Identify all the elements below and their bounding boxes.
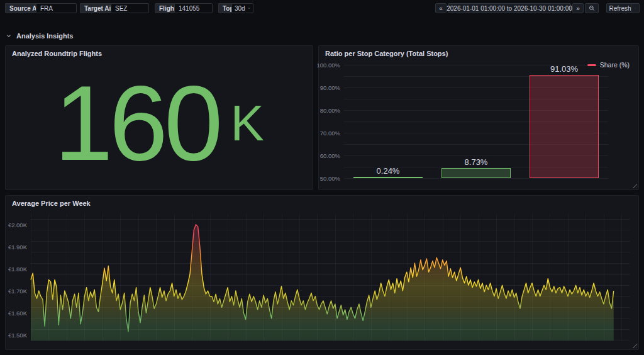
- y-axis-tick-label: €1.50K: [8, 332, 27, 339]
- chevron-down-icon: [248, 6, 250, 11]
- y-axis-tick-label: €1.80K: [8, 265, 27, 272]
- filter-input[interactable]: [174, 3, 213, 13]
- gridline: 0.00%: [344, 178, 608, 179]
- refresh-button[interactable]: Refresh: [606, 3, 631, 13]
- bar-chart-plot: 100.00%90.00%80.00%70.00%60.00%50.00%40.…: [344, 65, 608, 178]
- stat-value-wrap: 160 K: [6, 57, 313, 189]
- filter-select[interactable]: 30d: [231, 3, 253, 13]
- filter-label: Target Airport: [80, 3, 111, 13]
- time-shift-forward-button[interactable]: »: [572, 3, 584, 13]
- row-title: Analysis Insights: [16, 32, 73, 40]
- y-axis-tick-label: 50.00%: [320, 175, 340, 182]
- panel-resize-handle[interactable]: [631, 342, 637, 348]
- selected-option: 30d: [235, 5, 245, 12]
- chevron-down-icon: [635, 6, 636, 11]
- y-axis-tick-label: 80.00%: [320, 107, 340, 114]
- time-range-picker-button[interactable]: 2026-01-01 01:00:00 to 2026-10-30 01:00:…: [448, 3, 571, 13]
- dashboard-toolbar: Source AirportTarget AirportFlight IDTop…: [0, 0, 644, 16]
- bar-1-stop: [441, 168, 511, 178]
- magnifier-minus-icon: [589, 4, 595, 12]
- bar-2-stops: [530, 75, 599, 178]
- bar-value-label: 8.73%: [465, 157, 488, 167]
- y-axis-tick-label: 60.00%: [320, 152, 340, 159]
- y-axis-tick-label: €1.70K: [8, 287, 27, 294]
- filter-field-top-n: Top n30d: [218, 3, 253, 13]
- filter-input[interactable]: [111, 3, 149, 13]
- time-series-plot: €2.00K€1.90K€1.80K€1.70K€1.60K€1.50K€1.4…: [31, 213, 630, 341]
- panel-title[interactable]: Analyzed Roundtrip Flights: [12, 50, 102, 57]
- filter-field-flight-id: Flight ID: [155, 3, 213, 13]
- y-axis-tick-label: 90.00%: [320, 84, 340, 91]
- refresh-label: Refresh: [609, 5, 631, 12]
- stat-unit-suffix: K: [230, 98, 264, 149]
- line-chart-svg: [31, 213, 630, 341]
- chevron-down-icon: [6, 33, 11, 38]
- bar-value-label: 0.24%: [377, 166, 400, 176]
- stat-value: 160: [54, 70, 219, 176]
- series-area-fill: [31, 225, 614, 341]
- filter-label: Top n: [218, 3, 231, 13]
- filter-input[interactable]: [36, 3, 77, 13]
- double-chevron-right-icon: »: [576, 5, 580, 12]
- filter-label: Flight ID: [155, 3, 174, 13]
- filter-label: Source Airport: [5, 3, 36, 13]
- y-axis-tick-label: 70.00%: [320, 130, 340, 137]
- time-range-text: 2026-01-01 01:00:00 to 2026-10-30 01:00:…: [447, 5, 572, 12]
- bar-0-stop: [353, 177, 423, 178]
- row-toggle-analysis-insights[interactable]: Analysis Insights: [6, 32, 73, 40]
- panel-analyzed-roundtrip-flights: Analyzed Roundtrip Flights 160 K: [5, 45, 313, 190]
- y-axis-tick-label: €2.00K: [8, 221, 27, 228]
- gridline: €900.00: [31, 341, 630, 341]
- panel-title[interactable]: Ratio per Stop Category (Total Stops): [325, 50, 448, 57]
- double-chevron-left-icon: «: [439, 5, 443, 12]
- panel-ratio-per-stop-category: Ratio per Stop Category (Total Stops) Sh…: [318, 45, 639, 190]
- filter-field-target-airport: Target Airport: [80, 3, 149, 13]
- time-zoom-out-button[interactable]: [585, 3, 599, 13]
- y-axis-tick-label: €1.60K: [8, 310, 27, 317]
- y-axis-tick-label: 100.00%: [316, 62, 340, 69]
- refresh-interval-dropdown-button[interactable]: [631, 3, 640, 13]
- time-shift-back-button[interactable]: «: [435, 3, 447, 13]
- filter-field-source-airport: Source Airport: [5, 3, 77, 13]
- bar-value-label: 91.03%: [550, 64, 578, 74]
- panel-average-price-per-week: Average Price per Week €2.00K€1.90K€1.80…: [5, 195, 639, 350]
- panel-resize-handle[interactable]: [631, 183, 637, 188]
- y-axis-tick-label: €1.90K: [8, 243, 27, 250]
- panel-title[interactable]: Average Price per Week: [12, 200, 91, 207]
